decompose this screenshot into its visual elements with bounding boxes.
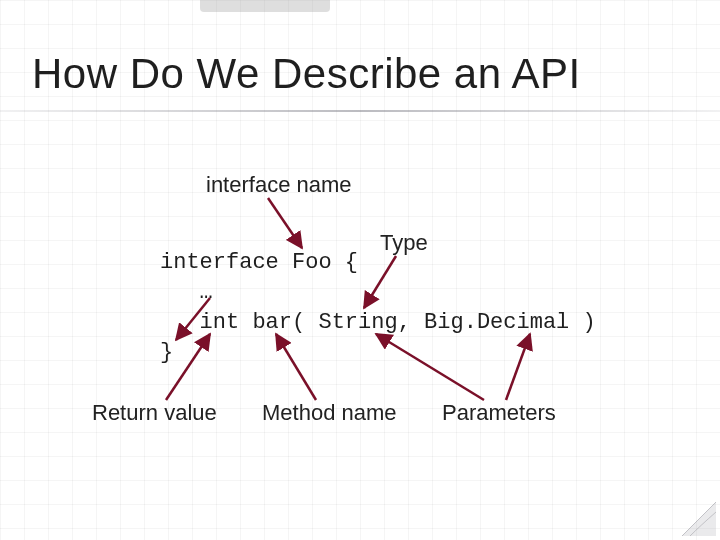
code-param-1: String <box>318 310 397 335</box>
code-rest2: , Big. <box>398 310 477 335</box>
code-line-1: interface Foo { <box>160 250 358 275</box>
title-underline <box>0 110 720 112</box>
code-line1-rest: Foo { <box>279 250 358 275</box>
code-indent <box>160 310 200 335</box>
arrow-method-name <box>276 334 316 400</box>
arrow-interface-name <box>268 198 302 248</box>
label-return-value: Return value <box>92 400 217 426</box>
arrow-parameters-1 <box>376 334 484 400</box>
arrow-parameters-2 <box>506 334 530 400</box>
label-interface-name: interface name <box>206 172 352 198</box>
code-param-2: Decimal <box>477 310 569 335</box>
label-parameters: Parameters <box>442 400 556 426</box>
code-line-3: int bar( String, Big.Decimal ) <box>160 310 596 335</box>
code-rest3: ) <box>569 310 595 335</box>
code-rest1: bar( <box>239 310 318 335</box>
slide-top-shadow <box>200 0 330 12</box>
code-line-4: } <box>160 340 173 365</box>
label-type: Type <box>380 230 428 256</box>
page-corner-icon <box>682 502 716 536</box>
code-return-type: int <box>200 310 240 335</box>
code-line-2: … <box>160 280 213 305</box>
arrow-type <box>364 256 396 308</box>
label-method-name: Method name <box>262 400 397 426</box>
code-keyword-interface: interface <box>160 250 279 275</box>
slide-title: How Do We Describe an API <box>32 50 581 98</box>
